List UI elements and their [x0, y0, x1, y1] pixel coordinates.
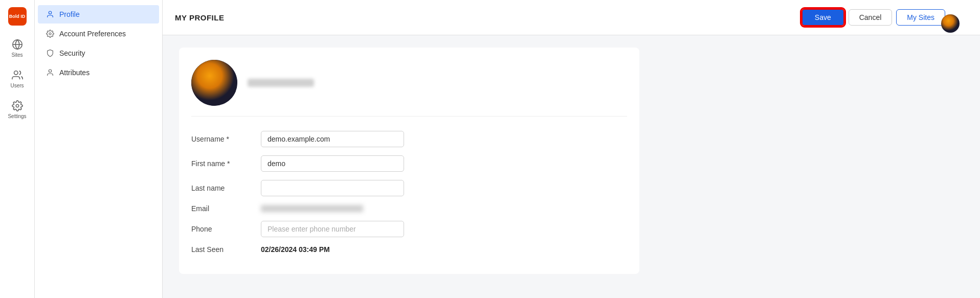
sidebar-preferences-label: Account Preferences: [59, 30, 126, 38]
nav-item-sites[interactable]: Sites: [0, 33, 35, 63]
app-logo: Bold ID: [8, 7, 27, 26]
user-avatar[interactable]: [941, 14, 960, 33]
avatar: [191, 60, 237, 106]
lastname-row: Last name: [191, 180, 627, 196]
phone-row: Phone: [191, 221, 627, 237]
lastseen-label: Last Seen: [191, 245, 253, 254]
lastname-input[interactable]: [261, 180, 404, 196]
phone-input[interactable]: [261, 221, 404, 237]
sidebar-item-account-preferences[interactable]: Account Preferences: [38, 25, 159, 43]
firstname-row: First name *: [191, 155, 627, 172]
avatar-image: [191, 60, 237, 106]
username-input[interactable]: [261, 131, 404, 147]
svg-point-4: [49, 11, 51, 14]
main-content: MY PROFILE Save Cancel My Sites Username…: [163, 0, 980, 298]
preferences-icon: [46, 30, 54, 38]
nav-sites-label: Sites: [11, 52, 23, 58]
avatar-name-blurred: [248, 79, 314, 87]
email-label: Email: [191, 204, 253, 213]
attributes-icon: [46, 68, 54, 77]
sidebar-attributes-label: Attributes: [59, 68, 90, 77]
lastseen-value: 02/26/2024 03:49 PM: [261, 245, 330, 254]
sidebar: Profile Account Preferences Security Att…: [35, 0, 163, 298]
nav-item-settings[interactable]: Settings: [0, 94, 35, 125]
sidebar-security-label: Security: [59, 49, 85, 57]
users-icon: [12, 70, 23, 81]
sidebar-item-profile[interactable]: Profile: [38, 5, 159, 24]
email-row: Email: [191, 204, 627, 213]
logo-area: Bold ID: [0, 4, 35, 29]
svg-point-3: [16, 104, 19, 107]
header-right: Save Cancel My Sites: [801, 8, 968, 27]
firstname-label: First name *: [191, 159, 253, 168]
my-sites-button[interactable]: My Sites: [896, 9, 945, 26]
lastseen-row: Last Seen 02/26/2024 03:49 PM: [191, 245, 627, 254]
save-button[interactable]: Save: [801, 9, 844, 26]
profile-card: Username * First name * Last name Email …: [179, 48, 639, 274]
username-label: Username *: [191, 135, 253, 143]
sidebar-item-security[interactable]: Security: [38, 44, 159, 62]
security-icon: [46, 49, 54, 57]
nav-settings-label: Settings: [8, 113, 26, 119]
avatar-section: [191, 60, 627, 117]
firstname-input[interactable]: [261, 155, 404, 172]
svg-point-6: [49, 70, 51, 72]
sites-icon: [12, 39, 23, 50]
svg-point-5: [49, 33, 51, 35]
email-value-blurred: [261, 205, 363, 212]
profile-icon: [46, 10, 54, 18]
profile-body: Username * First name * Last name Email …: [163, 35, 980, 298]
svg-point-2: [14, 71, 17, 74]
nav-item-users[interactable]: Users: [0, 63, 35, 94]
icon-rail: Bold ID Sites Users Settings: [0, 0, 35, 298]
sidebar-item-attributes[interactable]: Attributes: [38, 63, 159, 82]
cancel-button[interactable]: Cancel: [849, 9, 893, 26]
page-header: MY PROFILE Save Cancel My Sites: [163, 0, 980, 35]
phone-label: Phone: [191, 225, 253, 233]
settings-icon: [12, 100, 23, 111]
header-area: MY PROFILE Save Cancel My Sites: [175, 8, 968, 27]
username-row: Username *: [191, 131, 627, 147]
sidebar-profile-label: Profile: [59, 10, 80, 18]
lastname-label: Last name: [191, 184, 253, 192]
page-title: MY PROFILE: [175, 13, 224, 22]
nav-users-label: Users: [10, 83, 24, 88]
logo-text: Bold ID: [9, 14, 26, 19]
